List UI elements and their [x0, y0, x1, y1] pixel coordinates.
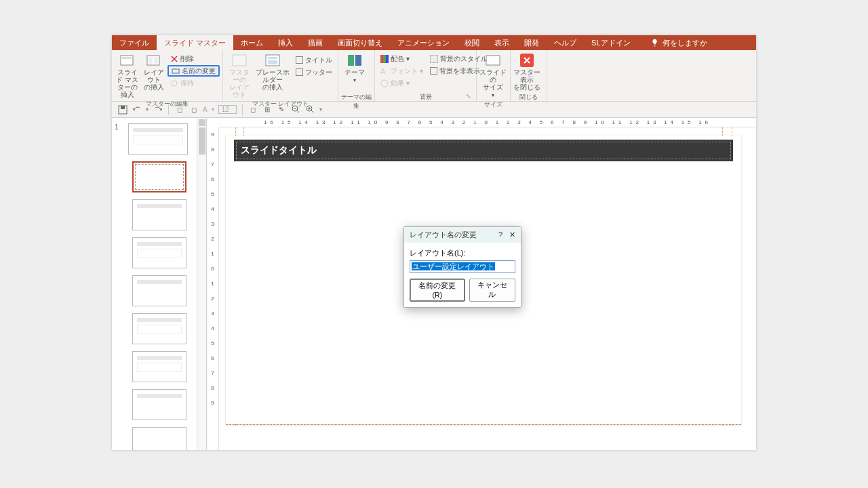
tell-me-search[interactable]: 何をしますか: [650, 35, 707, 50]
ruler-vertical: 9876543210123456789: [207, 127, 219, 450]
insert-placeholder-button[interactable]: プレースホルダー の挿入: [254, 52, 292, 91]
close-icon: [520, 54, 534, 67]
ribbon: スライド マス ターの挿入 レイアウト の挿入 削除 名前の変更 保持 マスター…: [112, 50, 756, 102]
thumbnail-layout-2[interactable]: [132, 199, 186, 230]
svg-text:A: A: [380, 67, 386, 75]
dialog-rename-button[interactable]: 名前の変更(R): [410, 279, 465, 302]
svg-point-17: [381, 80, 388, 87]
tab-help[interactable]: ヘルプ: [547, 35, 584, 50]
delete-icon: [170, 55, 178, 63]
undo-icon: [132, 105, 142, 115]
rename-icon: [172, 67, 180, 75]
dialog-close-button[interactable]: ✕: [509, 230, 515, 239]
dialog-cancel-button[interactable]: キャンセル: [469, 279, 515, 302]
zoom-out-button[interactable]: [291, 104, 301, 115]
slide-number: 1: [115, 123, 119, 131]
effects-icon: [380, 79, 389, 87]
svg-rect-7: [233, 55, 246, 66]
ribbon-tabs: ファイル スライド マスター ホーム 挿入 描画 画面切り替え アニメーション …: [112, 35, 756, 50]
dialog-title: レイアウト名の変更: [410, 230, 477, 240]
save-icon: [118, 105, 127, 115]
preserve-button[interactable]: 保持: [167, 77, 220, 89]
svg-rect-3: [149, 57, 153, 64]
slide-canvas: 16 15 14 13 12 11 10 9 8 7 6 5 4 3 2 1 0…: [207, 118, 756, 450]
qat-btn2[interactable]: ◻: [189, 104, 199, 115]
insert-slide-master-button[interactable]: スライド マス ターの挿入: [115, 52, 140, 98]
effects-button: 効果 ▾: [378, 77, 426, 89]
svg-rect-14: [383, 55, 386, 63]
bg-icon: [430, 55, 438, 63]
thumbnail-layout-8[interactable]: [132, 427, 186, 450]
qat-btn3[interactable]: ◻: [248, 104, 258, 115]
thumbnail-layout-5[interactable]: [132, 313, 186, 344]
rename-button[interactable]: 名前の変更: [167, 65, 220, 77]
qat-btn1[interactable]: ◻: [174, 104, 184, 115]
thumbnail-layout-1[interactable]: [132, 161, 186, 192]
layout-icon: [146, 54, 162, 67]
insert-layout-button[interactable]: レイアウト の挿入: [141, 52, 166, 91]
thumbnail-scrollbar[interactable]: [197, 118, 206, 450]
tab-slide-master[interactable]: スライド マスター: [157, 35, 233, 50]
group-size: サイズ: [479, 99, 507, 108]
zoom-in-button[interactable]: [305, 104, 315, 115]
svg-point-6: [172, 81, 177, 86]
footer-checkbox[interactable]: フッター: [293, 66, 335, 78]
font-size-field[interactable]: 12: [218, 105, 237, 114]
title-checkbox[interactable]: タイトル: [293, 54, 335, 66]
tab-file[interactable]: ファイル: [112, 35, 157, 50]
zoom-in-icon: [306, 105, 315, 114]
fonts-icon: A: [380, 67, 389, 75]
svg-rect-18: [430, 55, 438, 63]
tab-draw[interactable]: 描画: [300, 35, 330, 50]
tab-view[interactable]: 表示: [487, 35, 517, 50]
tab-developer[interactable]: 開発: [517, 35, 547, 50]
close-master-view-button[interactable]: マスター表示 を閉じる: [513, 52, 540, 91]
slide-size-button[interactable]: スライドの サイズ▾: [479, 52, 507, 99]
themes-icon: [347, 54, 363, 67]
tab-home[interactable]: ホーム: [233, 35, 271, 50]
delete-button[interactable]: 削除: [167, 53, 220, 64]
colors-icon: [380, 55, 389, 63]
dialog-help-button[interactable]: ?: [498, 230, 502, 239]
colors-button[interactable]: 配色 ▾: [378, 53, 426, 64]
slide-size-icon: [485, 54, 501, 66]
redo-icon: [153, 105, 163, 115]
tab-review[interactable]: 校閲: [457, 35, 487, 50]
themes-button[interactable]: テーマ▾: [341, 52, 368, 84]
svg-rect-15: [386, 55, 389, 63]
redo-button[interactable]: [153, 104, 163, 115]
master-layout-icon: [231, 54, 248, 67]
save-button[interactable]: [117, 104, 127, 115]
thumbnail-layout-7[interactable]: [132, 389, 186, 420]
tab-transitions[interactable]: 画面切り替え: [330, 35, 390, 50]
group-theme-edit: テーマの編集: [341, 92, 372, 101]
master-layout-button: マスターの レイアウト: [226, 52, 253, 98]
tab-sl-addin[interactable]: SLアドイン: [584, 35, 637, 50]
ruler-horizontal: 16 15 14 13 12 11 10 9 8 7 6 5 4 3 2 1 0…: [219, 118, 756, 127]
svg-rect-9: [268, 57, 277, 59]
placeholder-icon: [264, 54, 281, 67]
slide-title-placeholder[interactable]: スライドタイトル: [234, 140, 733, 161]
svg-rect-22: [121, 106, 125, 109]
svg-rect-11: [348, 55, 354, 66]
rename-layout-dialog: レイアウト名の変更 ? ✕ レイアウト名(L): ユーザー設定レイアウト 名前の…: [403, 226, 521, 308]
svg-rect-5: [172, 69, 179, 73]
tab-insert[interactable]: 挿入: [271, 35, 300, 50]
svg-rect-4: [154, 57, 158, 64]
powerpoint-window: ファイル スライド マスター ホーム 挿入 描画 画面切り替え アニメーション …: [112, 35, 756, 450]
layout-name-input[interactable]: ユーザー設定レイアウト: [410, 260, 515, 273]
qat-btn5[interactable]: ✎: [277, 104, 287, 115]
svg-rect-13: [380, 55, 383, 63]
qat-btn4[interactable]: ⊞: [262, 104, 273, 115]
thumbnail-layout-4[interactable]: [132, 275, 186, 306]
undo-button[interactable]: [132, 104, 142, 115]
thumbnail-master[interactable]: [128, 123, 188, 155]
thumbnail-pane: 1: [112, 118, 207, 450]
thumbnail-layout-6[interactable]: [132, 351, 186, 382]
group-close: 閉じる: [513, 92, 544, 101]
svg-rect-19: [486, 56, 500, 65]
tab-animations[interactable]: アニメーション: [390, 35, 457, 50]
thumbnail-layout-3[interactable]: [132, 237, 186, 268]
lightbulb-icon: [650, 39, 659, 47]
svg-rect-1: [122, 57, 132, 59]
